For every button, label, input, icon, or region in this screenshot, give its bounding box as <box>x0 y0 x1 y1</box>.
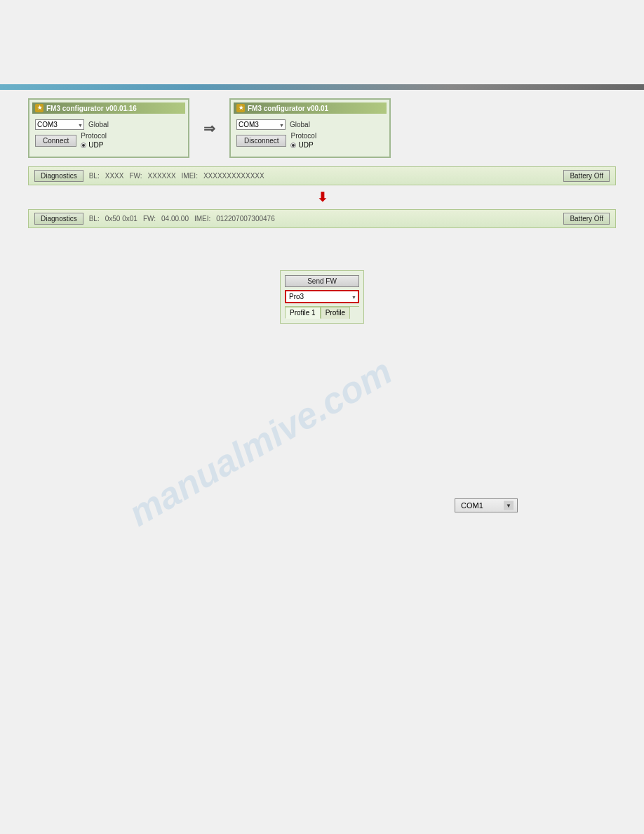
bl-value-before: XXXX <box>105 172 124 180</box>
conf-body-right: COM3 Global Disconnect Protocol UDP <box>234 117 387 154</box>
diagnostics-bar-after: Diagnostics BL: 0x50 0x01 FW: 04.00.00 I… <box>28 209 616 228</box>
conf-global-label-right: Global <box>290 121 310 128</box>
conf-row-com-right: COM3 Global <box>236 119 384 130</box>
conf-icon-left: ★ <box>35 104 43 112</box>
imei-label-after: IMEI: <box>194 215 210 223</box>
fw-profile-select[interactable]: Pro3 Pro1 Pro2 <box>285 290 359 303</box>
diagnostics-button-after[interactable]: Diagnostics <box>34 213 83 225</box>
connect-button[interactable]: Connect <box>35 135 76 147</box>
imei-label-before: IMEI: <box>182 172 198 180</box>
udp-label-right: UDP <box>298 141 313 149</box>
udp-radio-right[interactable] <box>290 143 296 148</box>
udp-radio-left[interactable] <box>81 143 86 148</box>
bl-label-after: BL: <box>89 215 100 223</box>
profile-tab-1[interactable]: Profile 1 <box>285 307 321 319</box>
conf-row-com-left: COM3 Global <box>35 119 182 130</box>
down-arrow-container: ⬇ <box>28 190 616 205</box>
conf-title-bar-left: ★ FM3 configurator v00.01.16 <box>32 102 185 114</box>
udp-label-left: UDP <box>88 141 103 149</box>
configurator-row: ★ FM3 configurator v00.01.16 COM3 Global… <box>28 98 616 158</box>
imei-value-before: XXXXXXXXXXXXX <box>203 172 264 180</box>
conf-com-select-right[interactable]: COM3 <box>236 119 286 130</box>
conf-com-select-wrap-left[interactable]: COM3 <box>35 119 84 130</box>
conf-protocol-label-right: Protocol <box>290 132 316 140</box>
conf-com-select-left[interactable]: COM3 <box>35 119 84 130</box>
conf-title-right-label: FM3 configurator v00.01 <box>248 105 328 112</box>
conf-icon-right: ★ <box>236 104 245 112</box>
battery-button-after[interactable]: Battery Off <box>563 213 610 225</box>
com-select-section: COM1 COM2 COM3 COM4 <box>455 498 518 512</box>
radio-row-right: UDP <box>290 141 316 149</box>
com-select-wrap[interactable]: COM1 COM2 COM3 COM4 <box>455 498 518 512</box>
send-fw-section: Send FW Pro3 Pro1 Pro2 Profile 1 Profile <box>28 270 616 324</box>
configurator-window-left: ★ FM3 configurator v00.01.16 COM3 Global… <box>28 98 189 158</box>
fw-label-before: FW: <box>129 172 142 180</box>
conf-com-select-wrap-right[interactable]: COM3 <box>236 119 286 130</box>
bl-label-before: BL: <box>89 172 100 180</box>
send-fw-button[interactable]: Send FW <box>285 275 359 287</box>
conf-row-btn-left: Connect Protocol UDP <box>35 132 182 149</box>
radio-row-left: UDP <box>81 141 107 149</box>
arrow-right: ⇒ <box>203 120 215 137</box>
conf-title-bar-right: ★ FM3 configurator v00.01 <box>234 102 387 114</box>
profile-tabs: Profile 1 Profile <box>285 306 359 319</box>
send-fw-panel: Send FW Pro3 Pro1 Pro2 Profile 1 Profile <box>280 270 364 324</box>
disconnect-button[interactable]: Disconnect <box>236 135 286 147</box>
conf-body-left: COM3 Global Connect Protocol UDP <box>32 117 185 154</box>
diagnostics-button-before[interactable]: Diagnostics <box>34 170 83 182</box>
com1-select[interactable]: COM1 COM2 COM3 COM4 <box>455 498 518 512</box>
fw-value-before: XXXXXX <box>148 172 176 180</box>
imei-value-after: 012207007300476 <box>216 215 274 223</box>
configurator-window-right: ★ FM3 configurator v00.01 COM3 Global Di… <box>229 98 391 158</box>
main-content: ★ FM3 configurator v00.01.16 COM3 Global… <box>0 0 644 324</box>
fw-value-after: 04.00.00 <box>161 215 189 223</box>
conf-global-label-left: Global <box>88 121 109 128</box>
top-bar <box>0 84 644 90</box>
down-arrow-icon: ⬇ <box>317 190 328 205</box>
conf-protocol-left: Protocol UDP <box>81 132 107 149</box>
profile-tab-2[interactable]: Profile <box>321 307 350 319</box>
conf-protocol-label-left: Protocol <box>81 132 107 140</box>
watermark: manualmive.com <box>121 350 398 535</box>
bl-value-after: 0x50 0x01 <box>105 215 137 223</box>
conf-row-btn-right: Disconnect Protocol UDP <box>236 132 384 149</box>
battery-button-before[interactable]: Battery Off <box>563 170 610 182</box>
fw-select-wrap[interactable]: Pro3 Pro1 Pro2 <box>285 290 359 303</box>
diagnostics-bar-before: Diagnostics BL: XXXX FW: XXXXXX IMEI: XX… <box>28 166 616 185</box>
conf-protocol-right: Protocol UDP <box>290 132 316 149</box>
conf-title-left-label: FM3 configurator v00.01.16 <box>46 105 137 112</box>
fw-label-after: FW: <box>143 215 156 223</box>
